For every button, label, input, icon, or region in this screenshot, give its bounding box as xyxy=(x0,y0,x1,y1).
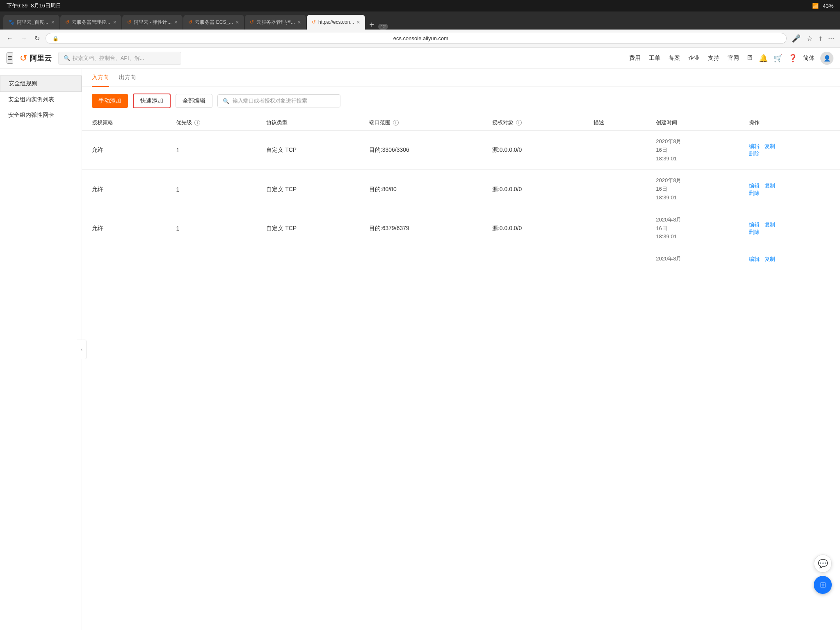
battery: 43% xyxy=(823,3,833,9)
row4-edit[interactable]: 编辑 xyxy=(749,256,760,262)
tab-5[interactable]: ↺ 云服务器管理控... ✕ xyxy=(245,15,306,30)
tab-6[interactable]: ↺ https://ecs.con... ✕ xyxy=(307,15,365,30)
tab-outbound-label: 出方向 xyxy=(119,74,136,80)
tab-6-icon: ↺ xyxy=(312,19,316,25)
row1-copy[interactable]: 复制 xyxy=(765,143,775,149)
forward-button[interactable]: → xyxy=(19,33,29,44)
help-icon[interactable]: ❓ xyxy=(788,54,797,63)
quick-add-button[interactable]: 快速添加 xyxy=(133,94,171,108)
address-text: ecs.console.aliyun.com xyxy=(62,35,780,41)
tab-outbound[interactable]: 出方向 xyxy=(119,69,136,87)
row4-copy[interactable]: 复制 xyxy=(765,256,775,262)
th-description: 描述 xyxy=(584,115,646,131)
wifi-icon: 📶 xyxy=(812,3,819,9)
address-bar[interactable]: 🔒 ecs.console.aliyun.com xyxy=(46,33,787,44)
row3-copy[interactable]: 复制 xyxy=(765,221,775,228)
user-avatar[interactable]: 👤 xyxy=(820,52,833,65)
nav-ticket[interactable]: 工单 xyxy=(649,55,660,62)
tab-1[interactable]: 🐾 阿里云_百度... ✕ xyxy=(3,15,59,30)
share-icon[interactable]: ↑ xyxy=(818,33,823,43)
microphone-icon[interactable]: 🎤 xyxy=(791,33,801,44)
th-created-time: 创建时间 xyxy=(646,115,739,131)
tab-6-close[interactable]: ✕ xyxy=(356,20,360,25)
nav-enterprise[interactable]: 企业 xyxy=(688,55,700,62)
row2-copy[interactable]: 复制 xyxy=(765,183,775,189)
row3-auth: 源:0.0.0.0/0 xyxy=(482,209,584,248)
status-left: 下午6:39 8月16日周日 xyxy=(7,2,61,9)
tab-4-icon: ↺ xyxy=(188,19,192,25)
tab-5-close[interactable]: ✕ xyxy=(297,20,301,25)
manual-add-button[interactable]: 手动添加 xyxy=(92,94,128,108)
row1-protocol: 自定义 TCP xyxy=(256,131,359,170)
tab-4[interactable]: ↺ 云服务器 ECS_... ✕ xyxy=(183,15,244,30)
row3-actions: 编辑 复制 删除 xyxy=(739,209,840,248)
tab-inbound-label: 入方向 xyxy=(92,74,109,80)
float-chat-button[interactable]: 💬 xyxy=(814,555,832,573)
sidebar-item-elastic-nic-label: 安全组内弹性网卡 xyxy=(8,112,54,118)
row1-auth: 源:0.0.0.0/0 xyxy=(482,131,584,170)
tab-4-close[interactable]: ✕ xyxy=(235,20,239,25)
auth-info-icon[interactable]: i xyxy=(516,120,522,126)
tab-2-icon: ↺ xyxy=(65,19,69,25)
back-button[interactable]: ← xyxy=(5,33,15,44)
table-row: 2020年8月 编辑 复制 xyxy=(82,248,840,270)
row3-edit[interactable]: 编辑 xyxy=(749,221,760,228)
row3-policy: 允许 xyxy=(82,209,166,248)
browser-toolbar: ← → ↻ 🔒 ecs.console.aliyun.com 🎤 ☆ ↑ ··· xyxy=(0,30,840,48)
hamburger-menu[interactable]: ≡ xyxy=(7,52,13,64)
th-policy: 授权策略 xyxy=(82,115,166,131)
aliyun-logo[interactable]: ↺ 阿里云 xyxy=(20,53,52,64)
tab-2-label: 云服务器管理控... xyxy=(72,19,110,26)
more-icon[interactable]: ··· xyxy=(827,33,835,43)
rules-search-box[interactable]: 🔍 输入端口或者授权对象进行搜索 xyxy=(217,94,340,107)
table-row: 允许 1 自定义 TCP 目的:6379/6379 源:0.0.0.0/0 20… xyxy=(82,209,840,248)
row1-delete[interactable]: 删除 xyxy=(749,151,760,157)
row2-auth: 源:0.0.0.0/0 xyxy=(482,170,584,209)
port-info-icon[interactable]: i xyxy=(393,120,399,126)
search-icon: 🔍 xyxy=(64,55,70,61)
browser-tabs: 🐾 阿里云_百度... ✕ ↺ 云服务器管理控... ✕ ↺ 阿里云 - 弹性计… xyxy=(0,11,840,30)
search-icon: 🔍 xyxy=(223,98,229,104)
tab-count[interactable]: 12 xyxy=(378,24,388,30)
sidebar-collapse-button[interactable]: ‹ xyxy=(77,340,87,359)
tab-2[interactable]: ↺ 云服务器管理控... ✕ xyxy=(60,15,121,30)
display-icon[interactable]: 🖥 xyxy=(746,54,753,62)
row4-auth xyxy=(482,248,584,270)
tab-4-label: 云服务器 ECS_... xyxy=(195,19,233,26)
lang-switch[interactable]: 简体 xyxy=(803,55,815,62)
main-layout: 安全组规则 安全组内实例列表 安全组内弹性网卡 ‹ 入方向 出方向 手动添加 xyxy=(0,69,840,630)
header-icons: 🖥 🔔 🛒 ❓ 简体 👤 xyxy=(746,52,833,65)
tab-inbound[interactable]: 入方向 xyxy=(92,69,109,87)
nav-official[interactable]: 官网 xyxy=(728,55,739,62)
tab-2-close[interactable]: ✕ xyxy=(113,20,116,25)
priority-info-icon[interactable]: i xyxy=(194,120,200,126)
bookmark-icon[interactable]: ☆ xyxy=(806,33,814,44)
nav-fees[interactable]: 费用 xyxy=(629,55,641,62)
edit-all-button[interactable]: 全部编辑 xyxy=(176,94,212,108)
cart-icon[interactable]: 🛒 xyxy=(774,54,783,63)
row1-edit[interactable]: 编辑 xyxy=(749,143,760,149)
row2-edit[interactable]: 编辑 xyxy=(749,183,760,189)
nav-support[interactable]: 支持 xyxy=(708,55,719,62)
row3-date: 2020年8月 16日 18:39:01 xyxy=(646,209,739,248)
row3-delete[interactable]: 删除 xyxy=(749,229,760,235)
reload-button[interactable]: ↻ xyxy=(33,33,41,44)
header-search[interactable]: 🔍 搜索文档、控制台、API、解... xyxy=(58,52,181,65)
apps-icon: ⊞ xyxy=(820,580,826,589)
float-apps-button[interactable]: ⊞ xyxy=(814,576,832,594)
rules-search-placeholder: 输入端口或者授权对象进行搜索 xyxy=(233,97,307,105)
sidebar-item-instance-list-label: 安全组内实例列表 xyxy=(8,96,54,103)
bell-icon[interactable]: 🔔 xyxy=(759,54,768,63)
sidebar-item-elastic-nic[interactable]: 安全组内弹性网卡 xyxy=(0,107,82,123)
sidebar-item-security-rules[interactable]: 安全组规则 xyxy=(0,75,82,92)
row2-date: 2020年8月 16日 18:39:01 xyxy=(646,170,739,209)
row2-delete[interactable]: 删除 xyxy=(749,190,760,196)
tab-3[interactable]: ↺ 阿里云 - 弹性计... ✕ xyxy=(122,15,183,30)
sidebar-item-instance-list[interactable]: 安全组内实例列表 xyxy=(0,92,82,107)
table-row: 允许 1 自定义 TCP 目的:3306/3306 源:0.0.0.0/0 20… xyxy=(82,131,840,170)
nav-filing[interactable]: 备案 xyxy=(669,55,680,62)
new-tab-button[interactable]: + xyxy=(366,20,377,30)
tab-1-close[interactable]: ✕ xyxy=(51,20,55,25)
tab-3-close[interactable]: ✕ xyxy=(174,20,178,25)
th-actions: 操作 xyxy=(739,115,840,131)
